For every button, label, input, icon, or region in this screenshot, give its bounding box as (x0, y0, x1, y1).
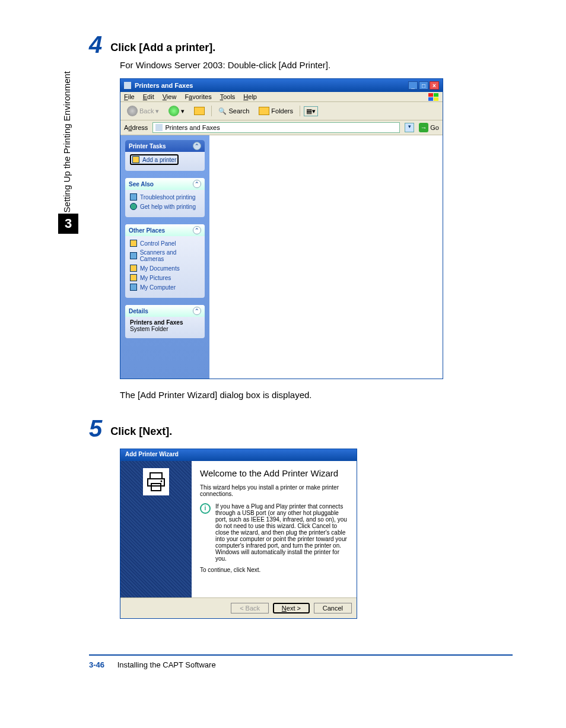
go-button[interactable]: → Go (419, 123, 439, 132)
wizard-sidebar (120, 461, 192, 597)
step-5-title: Click [Next]. (110, 425, 172, 438)
up-folder-icon (194, 107, 205, 115)
cancel-button[interactable]: Cancel (314, 603, 352, 613)
window-title: Printers and Faxes (135, 82, 193, 89)
my-computer-link[interactable]: My Computer (130, 282, 200, 292)
wizard-heading: Welcome to the Add Printer Wizard (200, 468, 348, 478)
svg-rect-0 (428, 93, 433, 97)
see-also-header: See Also (129, 181, 154, 187)
details-panel: Details ⌃ Printers and Faxes System Fold… (125, 305, 205, 338)
folders-button[interactable]: Folders (256, 106, 296, 116)
scanner-icon (130, 252, 137, 259)
add-printer-wizard: Add Printer Wizard Welcome to the Add Pr… (120, 449, 357, 619)
page-number: 3-46 (89, 660, 104, 669)
step-5-header: 5 Click [Next]. (89, 417, 513, 440)
info-icon: i (200, 503, 211, 514)
window-titlebar[interactable]: Printers and Faxes _ □ × (120, 79, 443, 92)
page-footer: 3-46 Installing the CAPT Software (89, 654, 513, 669)
control-panel-link[interactable]: Control Panel (130, 239, 200, 248)
folder-icon (130, 240, 137, 247)
maximize-button[interactable]: □ (419, 81, 428, 90)
menu-file[interactable]: File (124, 93, 135, 100)
menu-tools[interactable]: Tools (220, 93, 236, 100)
up-button[interactable] (191, 106, 208, 116)
folder-icon (130, 274, 137, 281)
printers-faxes-window: Printers and Faxes _ □ × File Edit View … (120, 78, 443, 379)
svg-rect-6 (151, 484, 161, 491)
printer-icon (147, 472, 166, 492)
page-content: 4 Click [Add a printer]. For Windows Ser… (0, 0, 566, 687)
menu-help[interactable]: Help (243, 93, 257, 100)
menu-edit[interactable]: Edit (143, 93, 154, 100)
collapse-icon[interactable]: ⌃ (193, 226, 201, 234)
address-bar: Address Printers and Faxes ▾ → Go (120, 120, 443, 135)
help-icon (130, 193, 137, 201)
step-4-header: 4 Click [Add a printer]. (89, 33, 513, 56)
computer-icon (130, 284, 137, 291)
get-help-link[interactable]: Get help with printing (130, 202, 200, 211)
step-4-result: The [Add Printer Wizard] dialog box is d… (120, 390, 513, 400)
my-pictures-link[interactable]: My Pictures (130, 273, 200, 282)
svg-point-7 (161, 481, 163, 482)
task-pane: Printer Tasks ⌃ Add a printer See (120, 135, 209, 379)
wizard-titlebar[interactable]: Add Printer Wizard (120, 449, 357, 461)
scanners-link[interactable]: Scanners and Cameras (130, 248, 200, 263)
my-documents-link[interactable]: My Documents (130, 263, 200, 273)
step-4-title: Click [Add a printer]. (110, 42, 215, 54)
folders-icon (259, 107, 269, 115)
svg-rect-1 (434, 93, 438, 97)
printer-tasks-header: Printer Tasks (129, 143, 166, 150)
other-places-panel: Other Places ⌃ Control Panel Scanners an… (125, 224, 205, 298)
svg-rect-4 (150, 473, 162, 479)
svg-rect-2 (428, 97, 433, 101)
address-icon (155, 124, 163, 131)
toolbar: Back ▾ ▾ 🔍 Search Folders ▦▾ (120, 102, 443, 120)
forward-button[interactable]: ▾ (166, 104, 187, 117)
wizard-info-text: If you have a Plug and Play printer that… (215, 503, 348, 562)
collapse-icon[interactable]: ⌃ (193, 180, 201, 188)
address-field[interactable]: Printers and Faxes (152, 122, 400, 133)
wizard-main: Welcome to the Add Printer Wizard This w… (192, 461, 357, 597)
details-type: System Folder (130, 326, 200, 332)
collapse-icon[interactable]: ⌃ (193, 142, 201, 150)
content-area (209, 135, 443, 379)
add-printer-icon (132, 156, 139, 163)
troubleshoot-link[interactable]: Troubleshoot printing (130, 192, 200, 202)
see-also-panel: See Also ⌃ Troubleshoot printing Get hel… (125, 178, 205, 217)
menubar: File Edit View Favorites Tools Help (120, 92, 443, 102)
wizard-continue: To continue, click Next. (200, 567, 348, 573)
help-icon (130, 203, 137, 210)
step-number-5: 5 (89, 417, 102, 440)
forward-icon (168, 106, 179, 116)
step-4-sub: For Windows Server 2003: Double-click [A… (120, 60, 513, 70)
search-button[interactable]: 🔍 Search (215, 106, 252, 116)
windows-flag-icon (428, 93, 439, 101)
next-button[interactable]: Next > (273, 603, 310, 613)
menu-favorites[interactable]: Favorites (185, 93, 211, 100)
address-label: Address (124, 124, 148, 131)
footer-section: Installing the CAPT Software (117, 660, 216, 669)
printer-tasks-panel: Printer Tasks ⌃ Add a printer (125, 140, 205, 171)
go-arrow-icon: → (419, 123, 428, 132)
address-dropdown[interactable]: ▾ (405, 123, 414, 132)
folder-icon (130, 265, 137, 272)
minimize-button[interactable]: _ (408, 81, 418, 90)
svg-rect-5 (148, 479, 164, 486)
collapse-icon[interactable]: ⌃ (193, 307, 201, 315)
step-number-4: 4 (89, 33, 102, 56)
wizard-footer: < Back Next > Cancel (120, 597, 357, 618)
svg-rect-3 (434, 97, 438, 101)
close-button[interactable]: × (430, 81, 439, 90)
back-icon (127, 106, 138, 116)
other-places-header: Other Places (129, 227, 165, 234)
add-printer-link[interactable]: Add a printer (130, 154, 179, 165)
back-button[interactable]: Back ▾ (124, 104, 162, 117)
printers-window-icon (124, 82, 131, 89)
back-button: < Back (231, 603, 269, 613)
menu-view[interactable]: View (163, 93, 177, 100)
details-header: Details (129, 308, 148, 314)
address-value: Printers and Faxes (165, 124, 220, 131)
wizard-intro: This wizard helps you install a printer … (200, 484, 348, 497)
views-button[interactable]: ▦▾ (304, 106, 318, 116)
details-title: Printers and Faxes (130, 319, 200, 326)
